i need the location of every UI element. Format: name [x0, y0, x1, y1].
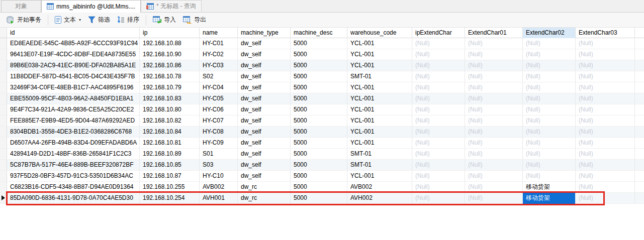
cell[interactable]: 11B8DDEF-587D-4541-BC05-D4C43E435F7B: [7, 71, 140, 82]
column-header-ExtendChar03[interactable]: ExtendChar03: [576, 28, 635, 38]
column-header-ipExtendChar[interactable]: ipExtendChar: [412, 28, 465, 38]
cell[interactable]: FEE885E7-E9B9-4ED5-9D04-487A69292AED: [7, 115, 140, 127]
cell[interactable]: (Null): [576, 104, 635, 115]
cell[interactable]: HY-C06: [200, 104, 238, 115]
cell[interactable]: (Null): [576, 49, 635, 60]
cell[interactable]: 192.168.10.87: [140, 171, 200, 182]
cell[interactable]: ED8EAEDE-545C-4B85-A92F-6CCC93F91C94: [7, 38, 140, 49]
cell[interactable]: (Null): [576, 60, 635, 71]
cell[interactable]: (Null): [523, 127, 576, 138]
cell[interactable]: dw_self: [238, 93, 291, 104]
cell[interactable]: 5000: [291, 49, 347, 60]
cell[interactable]: (Null): [465, 182, 523, 193]
cell[interactable]: (Null): [523, 82, 576, 93]
cell[interactable]: (Null): [523, 171, 576, 182]
cell[interactable]: SMT-01: [347, 160, 412, 171]
cell[interactable]: (Null): [523, 160, 576, 171]
cell[interactable]: 8304BDB1-3558-4DE3-B1E2-0368286C6768: [7, 127, 140, 138]
cell[interactable]: (Null): [576, 82, 635, 93]
cell[interactable]: AVB002: [347, 182, 412, 193]
cell[interactable]: (Null): [465, 149, 523, 160]
cell[interactable]: 85DA090D-6836-4131-9D78-0A70C4AE5D30: [7, 193, 140, 204]
cell[interactable]: 96413E07-E19F-4CDC-8DBF-EDE4A8735E55: [7, 49, 140, 60]
cell[interactable]: S01: [200, 149, 238, 160]
cell[interactable]: dw_rc: [238, 193, 291, 204]
cell[interactable]: HY-C10: [200, 171, 238, 182]
cell[interactable]: (Null): [412, 171, 465, 182]
row-gutter[interactable]: [0, 82, 7, 93]
cell[interactable]: C6823B16-CDF5-4348-8B87-D94AE0D91364: [7, 182, 140, 193]
cell[interactable]: (Null): [576, 115, 635, 127]
cell[interactable]: 192.168.10.89: [140, 149, 200, 160]
cell[interactable]: 937F5D28-0BF3-457D-91C3-53501D6B34AC: [7, 171, 140, 182]
cell[interactable]: (Null): [465, 104, 523, 115]
cell[interactable]: 192.168.10.86: [140, 60, 200, 71]
cell[interactable]: (Null): [412, 38, 465, 49]
cell[interactable]: (Null): [576, 127, 635, 138]
cell[interactable]: dw_self: [238, 104, 291, 115]
cell[interactable]: 192.168.10.84: [140, 127, 200, 138]
cell[interactable]: (Null): [412, 82, 465, 93]
cell[interactable]: (Null): [412, 115, 465, 127]
row-gutter[interactable]: [0, 49, 7, 60]
cell[interactable]: dw_self: [238, 115, 291, 127]
row-gutter[interactable]: [0, 160, 7, 170]
import-button[interactable]: 导入: [149, 14, 179, 26]
cell[interactable]: (Null): [523, 138, 576, 149]
cell[interactable]: (Null): [523, 38, 576, 49]
cell[interactable]: 192.168.10.88: [140, 38, 200, 49]
cell[interactable]: 192.168.10.90: [140, 49, 200, 60]
cell[interactable]: 192.168.10.80: [140, 104, 200, 115]
cell[interactable]: YCL-001: [347, 171, 412, 182]
cell[interactable]: (Null): [412, 138, 465, 149]
column-header-name[interactable]: name: [200, 28, 238, 38]
cell[interactable]: YCL-001: [347, 38, 412, 49]
cell[interactable]: HY-C05: [200, 93, 238, 104]
cell[interactable]: YCL-001: [347, 93, 412, 104]
column-header-ip[interactable]: ip: [140, 28, 200, 38]
cell[interactable]: (Null): [576, 149, 635, 160]
cell[interactable]: 5000: [291, 171, 347, 182]
row-gutter[interactable]: [0, 38, 7, 49]
cell[interactable]: (Null): [412, 71, 465, 82]
cell[interactable]: (Null): [523, 93, 576, 104]
cell[interactable]: HY-C01: [200, 38, 238, 49]
cell[interactable]: (Null): [465, 82, 523, 93]
cell[interactable]: 9E4F7C34-921A-42A9-9836-CE5A25C20CE2: [7, 104, 140, 115]
cell[interactable]: YCL-001: [347, 127, 412, 138]
cell[interactable]: 5000: [291, 93, 347, 104]
row-gutter[interactable]: [0, 127, 7, 137]
cell[interactable]: 5000: [291, 38, 347, 49]
cell[interactable]: YCL-001: [347, 49, 412, 60]
cell[interactable]: (Null): [412, 49, 465, 60]
row-gutter[interactable]: [0, 60, 7, 71]
cell[interactable]: (Null): [465, 38, 523, 49]
cell[interactable]: YCL-001: [347, 115, 412, 127]
cell[interactable]: dw_self: [238, 160, 291, 171]
cell[interactable]: 192.168.10.85: [140, 160, 200, 171]
cell[interactable]: YCL-001: [347, 104, 412, 115]
cell[interactable]: (Null): [523, 71, 576, 82]
column-header-warehouse_code[interactable]: warehouse_code: [347, 28, 412, 38]
tab-objects[interactable]: 对象: [1, 0, 41, 12]
cell[interactable]: 5000: [291, 104, 347, 115]
cell[interactable]: (Null): [523, 104, 576, 115]
tab-query-untitled[interactable]: * 无标题 - 查询: [141, 0, 202, 12]
cell[interactable]: (Null): [412, 182, 465, 193]
cell[interactable]: (Null): [412, 104, 465, 115]
cell[interactable]: HY-C07: [200, 115, 238, 127]
cell[interactable]: 5000: [291, 138, 347, 149]
cell[interactable]: AVB002: [200, 182, 238, 193]
cell[interactable]: SMT-01: [347, 71, 412, 82]
cell[interactable]: (Null): [576, 160, 635, 171]
gutter-header[interactable]: [0, 28, 7, 38]
tab-table-mms-aibininfo[interactable]: mms_aibininfo @Udit.Mms....: [41, 0, 141, 12]
cell[interactable]: S03: [200, 160, 238, 171]
cell[interactable]: 移动货架: [523, 182, 576, 193]
cell[interactable]: (Null): [576, 171, 635, 182]
cell[interactable]: YCL-001: [347, 60, 412, 71]
cell[interactable]: 5000: [291, 160, 347, 171]
cell[interactable]: dw_self: [238, 149, 291, 160]
cell[interactable]: (Null): [465, 127, 523, 138]
cell[interactable]: 5C87B7BA-517F-46E4-889B-BEEF320872BF: [7, 160, 140, 171]
